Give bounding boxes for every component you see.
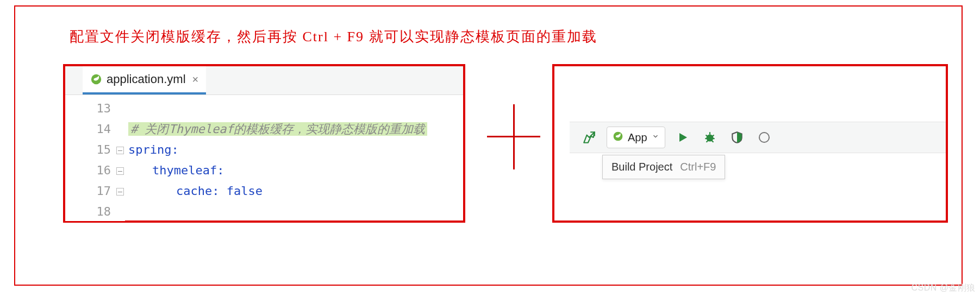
profiler-button[interactable] bbox=[754, 128, 774, 147]
watermark: CSDN @金刚狼 bbox=[911, 282, 976, 294]
main-toolbar: App bbox=[570, 122, 946, 153]
code-area[interactable]: # 关闭Thymeleaf的模板缓存，实现静态模版的重加载 spring: th… bbox=[125, 95, 463, 221]
spring-file-icon bbox=[90, 73, 102, 85]
run-config-label: App bbox=[628, 131, 647, 144]
code-line bbox=[128, 98, 463, 119]
line-number: 13 bbox=[65, 98, 125, 119]
spring-file-icon bbox=[613, 131, 623, 144]
fold-icon[interactable] bbox=[116, 167, 124, 175]
tooltip-label: Build Project bbox=[611, 161, 672, 173]
code-line: spring: bbox=[128, 140, 463, 160]
fold-icon[interactable] bbox=[116, 147, 124, 154]
editor-tab[interactable]: application.yml × bbox=[83, 66, 206, 95]
plus-annotation bbox=[487, 104, 540, 169]
close-icon[interactable]: × bbox=[190, 73, 199, 86]
tooltip-shortcut: Ctrl+F9 bbox=[680, 161, 716, 173]
annotation-text: 配置文件关闭模版缓存，然后再按 Ctrl + F9 就可以实现静态模板页面的重加… bbox=[70, 27, 597, 46]
code-line bbox=[128, 201, 463, 222]
editor-tab-bar: application.yml × bbox=[65, 66, 463, 95]
editor-annotation-box: application.yml × 13 14 15 16 17 18 # 关闭… bbox=[63, 64, 465, 223]
build-tooltip: Build Project Ctrl+F9 bbox=[602, 155, 725, 179]
line-number: 16 bbox=[65, 160, 125, 181]
run-config-selector[interactable]: App bbox=[607, 127, 665, 148]
code-line: cache: false bbox=[128, 181, 463, 201]
outer-annotation-box: 配置文件关闭模版缓存，然后再按 Ctrl + F9 就可以实现静态模板页面的重加… bbox=[14, 5, 963, 286]
debug-button[interactable] bbox=[700, 128, 720, 147]
line-number: 18 bbox=[65, 201, 125, 222]
svg-point-3 bbox=[759, 133, 769, 142]
editor-body[interactable]: 13 14 15 16 17 18 # 关闭Thymeleaf的模板缓存，实现静… bbox=[65, 95, 463, 221]
fold-icon[interactable] bbox=[116, 188, 124, 196]
line-number: 17 bbox=[65, 181, 125, 201]
line-number: 14 bbox=[65, 119, 125, 140]
code-line-comment: # 关闭Thymeleaf的模板缓存，实现静态模版的重加载 bbox=[128, 119, 463, 140]
run-button[interactable] bbox=[673, 128, 692, 147]
editor-tab-label: application.yml bbox=[107, 72, 186, 86]
gutter: 13 14 15 16 17 18 bbox=[65, 95, 125, 221]
line-number: 15 bbox=[65, 140, 125, 160]
toolbar-annotation-box: App Build Project Ctrl+F9 bbox=[552, 64, 948, 223]
build-button[interactable] bbox=[579, 128, 599, 147]
chevron-down-icon bbox=[652, 133, 659, 142]
coverage-button[interactable] bbox=[727, 128, 747, 147]
code-line: thymeleaf: bbox=[128, 160, 463, 181]
